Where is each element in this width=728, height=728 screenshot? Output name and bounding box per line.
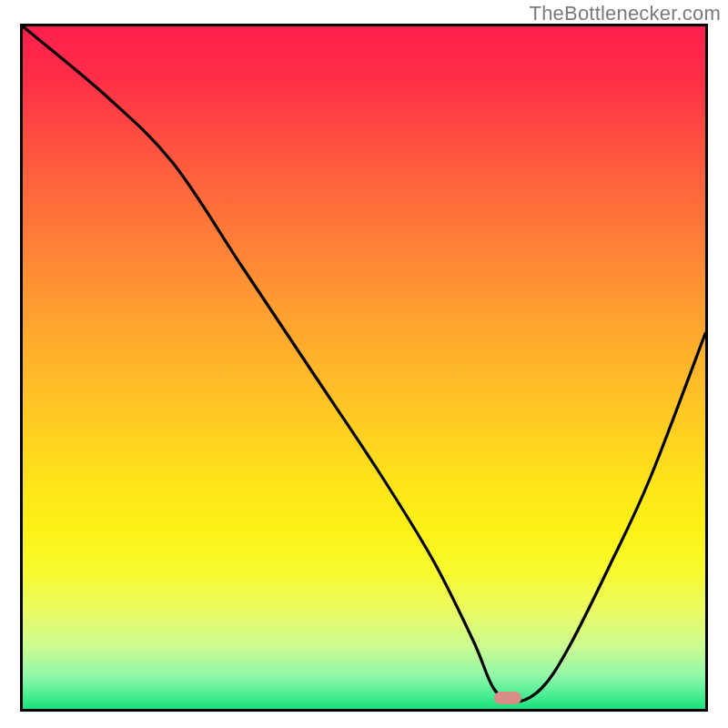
attribution-text: TheBottlenecker.com <box>530 2 721 25</box>
min-marker <box>494 692 521 704</box>
chart-container: TheBottlenecker.com <box>0 0 728 728</box>
curve-line <box>23 26 705 709</box>
plot-frame <box>20 24 708 712</box>
